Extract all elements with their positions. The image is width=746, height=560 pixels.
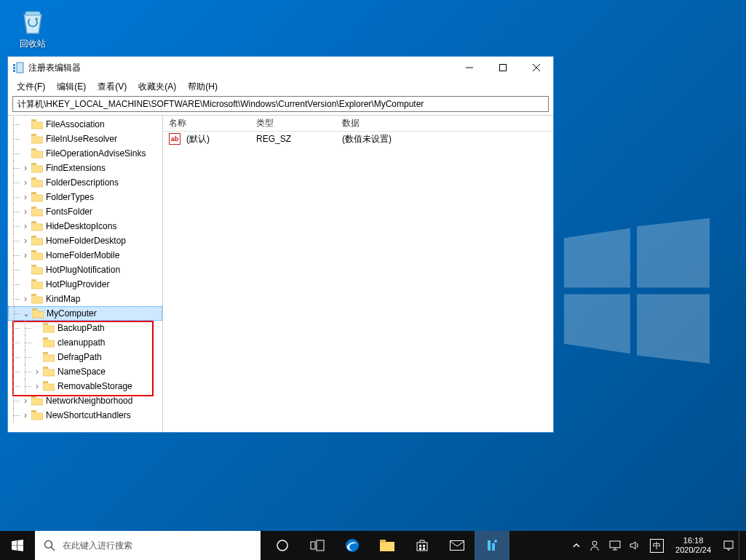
col-data[interactable]: 数据 <box>336 117 553 129</box>
svg-rect-29 <box>43 352 48 354</box>
expand-icon[interactable]: › <box>20 163 31 173</box>
cortana-icon[interactable] <box>265 531 300 560</box>
tree-item[interactable]: ›RemovableStorage <box>8 379 162 393</box>
tree-item[interactable]: FileInUseResolver <box>8 132 162 146</box>
expand-icon[interactable]: › <box>20 250 31 260</box>
tree-item[interactable]: ›NetworkNeighborhood <box>8 393 162 408</box>
windows-logo-bg <box>564 218 710 364</box>
svg-point-55 <box>592 541 597 545</box>
tree-item[interactable]: ›KindMap <box>8 292 162 306</box>
folder-icon <box>31 410 43 420</box>
svg-marker-4 <box>637 295 710 364</box>
folder-icon <box>31 192 43 202</box>
tree-item-label: FindExtensions <box>46 163 106 173</box>
tree-item[interactable]: ›HideDesktopIcons <box>8 219 162 233</box>
col-type[interactable]: 类型 <box>250 117 336 129</box>
taskview-icon[interactable] <box>300 531 335 560</box>
mail-icon[interactable] <box>440 531 475 560</box>
tree-item[interactable]: ›HomeFolderMobile <box>8 248 162 263</box>
expand-icon[interactable]: ⌄ <box>20 308 32 319</box>
show-desktop-button[interactable] <box>739 531 743 560</box>
tree-item[interactable]: ›NewShortcutHandlers <box>8 408 162 423</box>
svg-rect-28 <box>43 337 48 340</box>
tree-item[interactable]: ›FolderTypes <box>8 190 162 204</box>
tree-item[interactable]: FileOperationAdviseSinks <box>8 146 162 161</box>
svg-rect-48 <box>423 545 425 547</box>
folder-icon <box>31 221 43 231</box>
tray-people-icon[interactable] <box>584 531 605 560</box>
expand-icon[interactable]: › <box>20 221 31 231</box>
tree-item[interactable]: ›NameSpace <box>8 364 162 379</box>
menu-favorites[interactable]: 收藏夹(A) <box>132 79 182 95</box>
tree-pane[interactable]: FileAssociationFileInUseResolverFileOper… <box>8 116 163 432</box>
edge-icon[interactable] <box>335 531 370 560</box>
tree-item[interactable]: cleanuppath <box>8 335 162 350</box>
expand-icon[interactable]: › <box>20 207 31 217</box>
folder-icon <box>31 265 43 275</box>
expand-icon[interactable]: › <box>31 367 43 377</box>
menu-view[interactable]: 查看(V) <box>92 79 132 95</box>
tree-item[interactable]: ›FindExtensions <box>8 161 162 175</box>
cell-data: (数值未设置) <box>336 133 553 145</box>
maximize-button[interactable] <box>486 57 520 79</box>
tree-item[interactable]: DefragPath <box>8 350 162 364</box>
expand-icon[interactable]: › <box>20 177 31 188</box>
tree-item[interactable]: HotPlugNotification <box>8 263 162 277</box>
list-pane[interactable]: 名称 类型 数据 ab(默认)REG_SZ(数值未设置) <box>163 116 553 432</box>
tree-item-label: FontsFolder <box>46 207 92 217</box>
expand-icon[interactable]: › <box>20 236 31 246</box>
tree-item[interactable]: FileAssociation <box>8 117 162 132</box>
svg-marker-34 <box>12 540 17 545</box>
list-header[interactable]: 名称 类型 数据 <box>163 116 553 132</box>
address-input[interactable] <box>16 98 545 110</box>
recycle-bin-icon <box>18 7 47 36</box>
menu-help[interactable]: 帮助(H) <box>182 79 223 95</box>
tray-clock[interactable]: 16:18 2020/2/24 <box>668 536 718 555</box>
tree-item-label: FileInUseResolver <box>46 134 117 144</box>
tray-ime[interactable]: 中 <box>646 531 668 560</box>
svg-rect-53 <box>492 543 495 551</box>
menu-file[interactable]: 文件(F) <box>11 79 51 95</box>
tree-item-label: DefragPath <box>57 352 102 362</box>
tree-item-label: HomeFolderMobile <box>46 250 119 260</box>
pinned-app-icon[interactable] <box>475 531 509 560</box>
list-row[interactable]: ab(默认)REG_SZ(数值未设置) <box>163 132 553 146</box>
tray-time: 16:18 <box>675 536 711 545</box>
folder-icon <box>31 119 43 129</box>
address-bar[interactable] <box>12 96 549 112</box>
tree-item[interactable]: HotPlugProvider <box>8 277 162 292</box>
tray-notifications-icon[interactable] <box>718 531 739 560</box>
svg-marker-36 <box>12 545 17 551</box>
recycle-bin[interactable]: 回收站 <box>15 7 51 50</box>
svg-rect-51 <box>451 541 464 551</box>
folder-icon <box>43 367 55 377</box>
start-button[interactable] <box>0 531 35 560</box>
svg-rect-44 <box>380 542 394 551</box>
tray-date: 2020/2/24 <box>675 545 711 555</box>
tree-item[interactable]: ⌄MyComputer <box>8 306 162 321</box>
expand-icon[interactable]: › <box>20 410 31 420</box>
tree-item[interactable]: ›FontsFolder <box>8 204 162 219</box>
expand-icon[interactable]: › <box>20 294 31 304</box>
tray-chevron-icon[interactable] <box>568 531 584 560</box>
tray-volume-icon[interactable] <box>625 531 646 560</box>
titlebar[interactable]: 注册表编辑器 <box>8 57 553 79</box>
expand-icon[interactable]: › <box>20 192 31 202</box>
menu-edit[interactable]: 编辑(E) <box>51 79 92 95</box>
svg-rect-0 <box>25 12 40 15</box>
col-name[interactable]: 名称 <box>163 117 250 129</box>
store-icon[interactable] <box>405 531 440 560</box>
tree-item[interactable]: ›FolderDescriptions <box>8 175 162 190</box>
svg-rect-52 <box>488 540 491 551</box>
svg-rect-15 <box>31 148 36 151</box>
expand-icon[interactable]: › <box>20 396 31 406</box>
svg-rect-5 <box>13 64 15 66</box>
expand-icon[interactable]: › <box>31 381 43 391</box>
search-box[interactable]: 在此键入进行搜索 <box>35 531 261 560</box>
tree-item[interactable]: BackupPath <box>8 321 162 335</box>
tray-network-icon[interactable] <box>605 531 625 560</box>
close-button[interactable] <box>520 57 553 79</box>
minimize-button[interactable] <box>453 57 486 79</box>
explorer-icon[interactable] <box>370 531 405 560</box>
tree-item[interactable]: ›HomeFolderDesktop <box>8 233 162 248</box>
